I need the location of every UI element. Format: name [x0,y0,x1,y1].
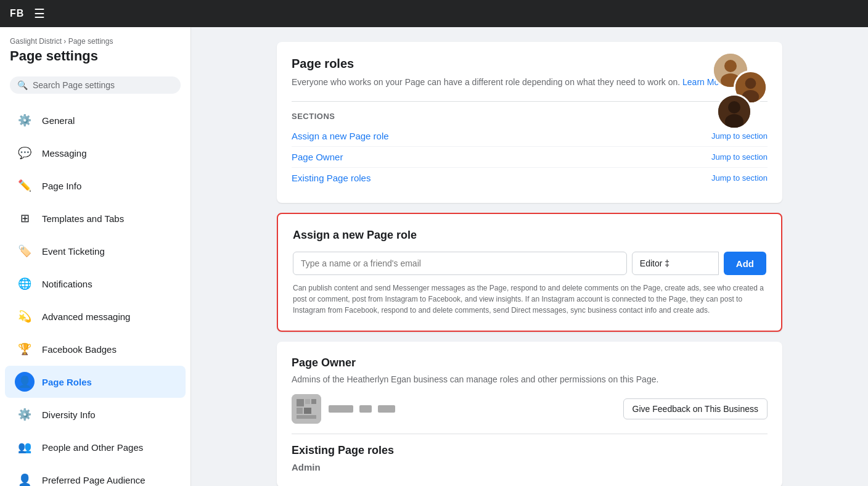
page-owner-link[interactable]: Page Owner [292,152,343,162]
sidebar-item-notifications[interactable]: 🌐 Notifications [5,268,186,300]
sidebar-item-general[interactable]: ⚙️ General [5,104,186,136]
svg-rect-12 [311,399,316,404]
notifications-icon: 🌐 [15,274,35,294]
ticket-icon: 🏷️ [15,241,35,261]
sidebar-item-label: General [42,115,75,126]
search-icon: 🔍 [17,80,28,90]
sidebar-item-event-ticketing[interactable]: 🏷️ Event Ticketing [5,235,186,267]
section-row-owner: Page Owner Jump to section [292,147,768,168]
svg-rect-13 [297,408,303,414]
page-owner-title: Page Owner [292,356,768,369]
gear-icon: ⚙️ [15,110,35,130]
section-row-existing: Existing Page roles Jump to section [292,168,768,188]
sidebar-item-label: Facebook Badges [42,344,117,355]
sidebar-item-messaging[interactable]: 💬 Messaging [5,137,186,169]
advanced-messaging-icon: 💫 [15,307,35,326]
hero-avatars [694,52,768,126]
sidebar-item-page-roles[interactable]: 👤 Page Roles [5,366,186,398]
owner-name-block-3 [378,405,395,413]
sidebar-search-wrap: 🔍 [0,72,190,101]
sidebar-item-label: Page Info [42,181,81,191]
avatar-3 [716,94,752,130]
jump-to-owner-link[interactable]: Jump to section [711,152,768,162]
assign-role-wrap: Editor ‡ Admin Moderator Advertiser Anal… [632,252,719,275]
sidebar-item-facebook-badges[interactable]: 🏆 Facebook Badges [5,333,186,365]
user-icon: 👤 [15,372,35,392]
sidebar-item-people-other-pages[interactable]: 👥 People and Other Pages [5,431,186,463]
give-feedback-button[interactable]: Give Feedback on This Business [623,398,768,419]
search-input[interactable] [33,80,173,90]
page-owner-description: Admins of the Heatherlyn Egan business c… [292,374,768,384]
sidebar-item-page-info[interactable]: ✏️ Page Info [5,170,186,202]
people-icon: 👥 [15,437,35,457]
assign-new-page-role-link[interactable]: Assign a new Page role [292,131,389,141]
sidebar-item-advanced-messaging[interactable]: 💫 Advanced messaging [5,300,186,332]
page-owner-card: Page Owner Admins of the Heatherlyn Egan… [277,342,782,486]
svg-point-7 [728,101,740,113]
assign-add-button[interactable]: Add [724,252,766,275]
svg-rect-10 [297,399,304,406]
owner-name-block-2 [359,405,372,413]
sidebar-item-label: Event Ticketing [42,246,105,257]
sidebar-header: Gaslight District › Page settings Page s… [0,37,190,72]
messaging-icon: 💬 [15,143,35,163]
badges-icon: 🏆 [15,339,35,359]
assign-input-row: Editor ‡ Admin Moderator Advertiser Anal… [293,252,766,275]
owner-name-placeholder [329,405,395,413]
sidebar-item-label: Templates and Tabs [42,213,124,224]
divider [292,434,768,434]
search-input-wrap[interactable]: 🔍 [10,76,181,94]
sidebar-item-label: Notifications [42,279,92,289]
svg-rect-15 [297,415,316,419]
sidebar-item-label: People and Other Pages [42,442,143,453]
assign-role-select[interactable]: Editor ‡ Admin Moderator Advertiser Anal… [632,252,719,275]
sidebar-item-label: Diversity Info [42,410,96,420]
layout: Gaslight District › Page settings Page s… [0,27,868,486]
sidebar-item-preferred-audience[interactable]: 👤 Preferred Page Audience [5,464,186,486]
sidebar-item-label: Messaging [42,148,87,159]
fb-logo: FB [10,8,24,19]
owner-row: Give Feedback on This Business [292,394,768,424]
menu-icon[interactable]: ☰ [34,6,45,21]
existing-page-roles-link[interactable]: Existing Page roles [292,173,371,183]
sidebar-item-templates-tabs[interactable]: ⊞ Templates and Tabs [5,202,186,234]
page-title: Page settings [10,48,181,64]
section-row-assign: Assign a new Page role Jump to section [292,126,768,147]
diversity-icon: ⚙️ [15,405,35,424]
page-roles-hero-card: Page roles Everyone who works on your Pa… [277,42,782,203]
sidebar: Gaslight District › Page settings Page s… [0,27,191,486]
owner-info [292,394,395,424]
sidebar-item-label: Preferred Page Audience [42,475,145,485]
templates-icon: ⊞ [15,208,35,228]
assign-new-page-role-card: Assign a new Page role Editor ‡ Admin Mo… [277,213,782,332]
owner-name-block-1 [329,405,353,413]
jump-to-existing-link[interactable]: Jump to section [711,173,768,183]
svg-rect-14 [304,408,311,414]
svg-point-4 [745,78,756,89]
existing-page-roles-title: Existing Page roles [292,444,768,457]
main-content: Page roles Everyone who works on your Pa… [191,27,868,486]
sidebar-nav: ⚙️ General 💬 Messaging ✏️ Page Info ⊞ Te… [0,101,190,486]
topnav: FB ☰ [0,0,868,27]
svg-rect-11 [305,399,310,404]
assign-role-description: Can publish content and send Messenger m… [293,282,766,316]
jump-to-assign-link[interactable]: Jump to section [711,131,768,141]
audience-icon: 👤 [15,470,35,486]
svg-point-1 [724,60,737,72]
breadcrumb: Gaslight District › Page settings [10,37,181,46]
admin-role-label: Admin [292,462,768,472]
sidebar-item-label: Advanced messaging [42,311,130,322]
content-wrap: Page roles Everyone who works on your Pa… [277,42,782,486]
sidebar-item-diversity-info[interactable]: ⚙️ Diversity Info [5,398,186,430]
sidebar-item-label: Page Roles [42,377,92,387]
assign-name-input[interactable] [293,252,627,275]
edit-icon: ✏️ [15,176,35,196]
avatar [292,394,321,424]
assign-card-title: Assign a new Page role [293,229,766,242]
